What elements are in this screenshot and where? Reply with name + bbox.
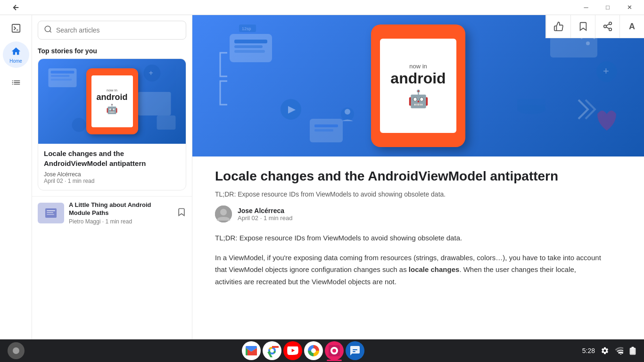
like-button[interactable] [546, 15, 570, 38]
article-body: Locale changes and the AndroidViewModel … [192, 156, 626, 314]
taskbar-app-chrome[interactable] [263, 341, 281, 360]
battery-icon [629, 346, 636, 355]
hero-phone: now in android 🤖 [371, 25, 465, 147]
left-panel: Top stories for you + [32, 15, 192, 339]
svg-point-15 [609, 22, 611, 25]
svg-rect-3 [51, 71, 74, 74]
svg-rect-41 [517, 105, 545, 110]
hero-android-text: android [390, 70, 446, 87]
svg-rect-37 [314, 129, 333, 132]
author-avatar [215, 206, 232, 222]
svg-point-16 [603, 25, 606, 28]
list-item[interactable]: A Little Thing about Android Module Path… [32, 196, 192, 230]
taskbar-launcher[interactable] [8, 342, 25, 359]
list-item-meta: Pietro Maggi · 1 min read [69, 218, 172, 225]
search-bar[interactable] [38, 21, 186, 40]
home-label: Home [9, 58, 22, 64]
svg-text:+: + [603, 65, 609, 77]
sidebar: Home [0, 15, 32, 339]
search-input[interactable] [56, 26, 180, 34]
svg-rect-10 [157, 115, 176, 130]
svg-rect-8 [138, 92, 171, 115]
bookmark-icon[interactable] [177, 207, 186, 219]
hero-screen: now in android 🤖 [380, 39, 456, 133]
taskbar-app-youtube[interactable] [283, 341, 302, 360]
svg-point-47 [270, 349, 274, 353]
app-container: Home Top stories for you [0, 15, 644, 339]
author-meta: April 02 · 1 min read [238, 214, 292, 222]
author-info: Jose Alcérreca April 02 · 1 min read [238, 207, 292, 222]
font-size-button[interactable]: A [619, 15, 644, 38]
svg-rect-22 [234, 45, 263, 48]
svg-point-9 [72, 118, 86, 132]
list-item-title: A Little Thing about Android Module Path… [69, 201, 172, 217]
clock: 5:28 [582, 347, 595, 354]
taskbar-app-gmail[interactable] [242, 341, 261, 360]
svg-text:12sp: 12sp [242, 26, 251, 31]
svg-rect-23 [234, 50, 265, 53]
bookmark-button[interactable] [570, 15, 595, 38]
taskbar-app-5[interactable] [325, 341, 344, 360]
search-bar-container [32, 15, 192, 43]
hero-now-text: now in [409, 63, 427, 70]
share-button[interactable] [595, 15, 619, 38]
wifi-icon [615, 347, 623, 354]
svg-point-44 [220, 209, 227, 215]
svg-rect-49 [353, 349, 357, 350]
taskbar-right: 5:28 [582, 346, 636, 355]
article-body-tldr: TL;DR: Expose resource IDs from ViewMode… [215, 232, 603, 244]
sidebar-item-list[interactable] [3, 70, 29, 96]
featured-card-content: Locale changes and the AndroidViewModel … [38, 144, 186, 190]
svg-rect-36 [314, 124, 338, 127]
taskbar: 5:28 [0, 339, 644, 362]
svg-point-51 [620, 354, 622, 354]
sidebar-toggle-button[interactable] [3, 19, 29, 38]
close-button[interactable]: ✕ [619, 0, 640, 15]
featured-article-card[interactable]: + now in android 🤖 [38, 58, 186, 190]
taskbar-app-6[interactable] [346, 341, 364, 360]
sidebar-item-home[interactable]: Home [3, 41, 29, 68]
list-item-thumbnail [38, 203, 64, 223]
main-content[interactable]: A 12sp [192, 15, 644, 339]
svg-rect-53 [632, 347, 634, 348]
svg-line-19 [606, 24, 609, 26]
svg-point-1 [45, 26, 50, 32]
android-phone-thumbnail: now in android 🤖 [86, 68, 138, 134]
svg-rect-5 [51, 79, 72, 81]
phone-android-text: android [97, 92, 128, 102]
taskbar-app-photos[interactable] [304, 341, 323, 360]
svg-line-18 [606, 27, 609, 29]
maximize-button[interactable]: □ [597, 0, 619, 15]
svg-point-39 [345, 109, 350, 115]
article-body-p1: In a ViewModel, if you're exposing data … [215, 252, 603, 288]
svg-rect-21 [234, 40, 267, 43]
back-button[interactable] [0, 0, 32, 15]
font-label: A [629, 22, 635, 32]
article-title: Locale changes and the AndroidViewModel … [215, 168, 603, 185]
svg-rect-54 [630, 348, 635, 354]
author-name: Jose Alcérreca [238, 207, 292, 214]
featured-card-meta: April 02 · 1 min read [44, 178, 180, 184]
hero-mascot-icon: 🤖 [408, 89, 429, 109]
svg-point-17 [609, 28, 611, 31]
android-mascot: 🤖 [106, 103, 118, 115]
search-icon [44, 25, 52, 35]
taskbar-center [242, 341, 364, 360]
phone-now-text: now in [107, 88, 117, 92]
section-title: Top stories for you [32, 43, 192, 58]
author-row: Jose Alcérreca April 02 · 1 min read [215, 206, 603, 222]
minimize-button[interactable]: ─ [575, 0, 597, 15]
featured-article-image: + now in android 🤖 [38, 59, 186, 144]
svg-rect-4 [51, 75, 70, 77]
settings-icon[interactable] [601, 346, 609, 355]
svg-rect-13 [47, 212, 53, 213]
svg-rect-14 [47, 214, 54, 215]
list-item-content: A Little Thing about Android Module Path… [69, 201, 172, 225]
svg-rect-12 [47, 210, 55, 211]
featured-card-author: Jose Alcérreca [44, 171, 180, 178]
featured-card-title: Locale changes and the AndroidViewModel … [44, 148, 180, 168]
svg-rect-42 [517, 99, 545, 105]
article-tldr-header: TL;DR: Expose resource IDs from ViewMode… [215, 190, 603, 198]
taskbar-left [8, 342, 25, 359]
svg-point-48 [311, 348, 316, 353]
